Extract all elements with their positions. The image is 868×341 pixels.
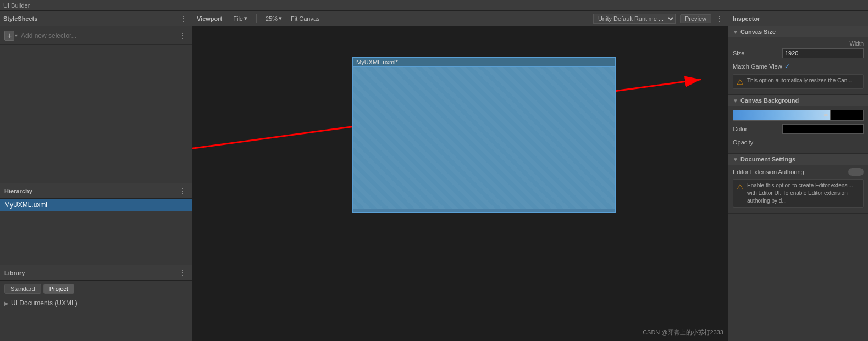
zoom-arrow-icon: ▾ — [279, 15, 282, 22]
editor-ext-warning-icon: ⚠ — [737, 182, 744, 191]
hierarchy-content: MyUXML.uxml — [0, 199, 192, 265]
eyedropper-icon[interactable]: ✒ — [823, 111, 829, 119]
hierarchy-section: Hierarchy ⋮ MyUXML.uxml — [0, 183, 192, 265]
left-panel: StyleSheets ⋮ + ▾ ⋮ Hierarchy ⋮ MyUXML.u… — [0, 11, 192, 341]
doc-canvas-title: MyUXML.uxml* — [353, 58, 615, 67]
opacity-row: Opacity — [733, 137, 864, 148]
size-input[interactable] — [782, 48, 864, 58]
document-settings-title: Document Settings — [740, 156, 795, 163]
file-label: File — [233, 15, 243, 22]
vp-separator-1 — [256, 14, 257, 23]
watermark: CSDN @牙膏上的小苏打2333 — [643, 328, 723, 337]
viewport-title: Viewport — [197, 15, 222, 22]
canvas-size-section: ▼ Canvas Size Width Size Match Game View… — [728, 26, 868, 95]
canvas-size-content: Width Size Match Game View ✓ ⚠ This opti… — [728, 37, 868, 94]
center-panel: Viewport File ▾ 25% ▾ Fit Canvas Unity D… — [192, 11, 728, 341]
canvas-size-title: Canvas Size — [740, 29, 776, 35]
stylesheets-content — [0, 45, 192, 183]
preview-button[interactable]: Preview — [680, 14, 711, 23]
warning-icon: ⚠ — [737, 77, 744, 86]
library-item-ui-documents[interactable]: ▶ UI Documents (UXML) — [0, 297, 192, 309]
expand-arrow-icon: ▶ — [4, 300, 9, 306]
color-value-swatch[interactable] — [782, 124, 864, 134]
zoom-control[interactable]: 25% ▾ — [263, 14, 284, 23]
file-button[interactable]: File ▾ — [231, 14, 250, 23]
match-game-view-label: Match Game View — [733, 63, 782, 70]
document-settings-content: Editor Extension Authoring ⚠ Enable this… — [728, 165, 868, 213]
add-selector-row: + ▾ ⋮ — [0, 26, 192, 45]
canvas-bg-arrow-icon: ▼ — [733, 98, 738, 104]
canvas-size-warning: ⚠ This option automatically resizes the … — [733, 74, 864, 89]
library-section: Library ⋮ Standard Project ▶ UI Document… — [0, 265, 192, 341]
canvas-background-header[interactable]: ▼ Canvas Background — [728, 95, 868, 106]
document-settings-section: ▼ Document Settings Editor Extension Aut… — [728, 154, 868, 214]
color-bar: ✒ — [733, 109, 864, 121]
color-gradient-swatch[interactable]: ✒ — [733, 110, 831, 121]
editor-ext-label: Editor Extension Authoring — [733, 169, 845, 175]
add-selector-input[interactable] — [21, 32, 178, 40]
match-game-view-checkmark: ✓ — [784, 63, 790, 70]
tab-project[interactable]: Project — [43, 284, 74, 294]
color-black-swatch[interactable] — [831, 110, 864, 121]
canvas-size-arrow-icon: ▼ — [733, 29, 738, 35]
library-title: Library — [4, 270, 178, 276]
document-settings-header[interactable]: ▼ Document Settings — [728, 154, 868, 165]
library-header: Library ⋮ — [0, 265, 192, 281]
file-arrow-icon: ▾ — [244, 15, 247, 22]
library-tabs: Standard Project — [0, 281, 192, 297]
stylesheets-title: StyleSheets — [3, 15, 179, 22]
viewport-canvas: MyUXML.uxml* CSDN @牙膏上的小苏打2333 — [192, 26, 728, 341]
inspector-header: Inspector — [728, 11, 868, 26]
color-label: Color — [733, 126, 782, 132]
inspector-title: Inspector — [733, 15, 760, 22]
canvas-background-content: ✒ Color Opacity — [728, 106, 868, 153]
app-title: UI Builder — [3, 2, 30, 9]
add-selector-button[interactable]: + — [4, 31, 14, 41]
size-label: Size — [733, 50, 782, 57]
runtime-select[interactable]: Unity Default Runtime ... — [593, 14, 676, 24]
hierarchy-menu-icon[interactable]: ⋮ — [178, 187, 187, 195]
viewport-toolbar: Viewport File ▾ 25% ▾ Fit Canvas Unity D… — [192, 11, 728, 26]
warning-text: This option automatically resizes the Ca… — [747, 77, 852, 85]
hierarchy-header: Hierarchy ⋮ — [0, 183, 192, 199]
match-game-view-row: Match Game View ✓ — [733, 61, 864, 72]
editor-ext-toggle[interactable] — [848, 168, 864, 176]
main-layout: StyleSheets ⋮ + ▾ ⋮ Hierarchy ⋮ MyUXML.u… — [0, 11, 868, 341]
doc-settings-arrow-icon: ▼ — [733, 156, 738, 163]
stylesheets-menu-icon[interactable]: ⋮ — [179, 14, 189, 23]
viewport-options-icon[interactable]: ⋮ — [716, 14, 723, 23]
width-label: Width — [733, 41, 864, 47]
doc-canvas: MyUXML.uxml* — [352, 57, 616, 213]
fit-canvas-button[interactable]: Fit Canvas — [289, 15, 322, 23]
stylesheets-header: StyleSheets ⋮ — [0, 11, 192, 26]
library-content: ▶ UI Documents (UXML) — [0, 297, 192, 341]
hierarchy-item-myuxml[interactable]: MyUXML.uxml — [0, 199, 192, 211]
dropdown-arrow-icon[interactable]: ▾ — [15, 32, 18, 38]
size-row: Size — [733, 48, 864, 59]
library-item-label: UI Documents (UXML) — [11, 299, 78, 307]
editor-ext-warning-text: Enable this option to create Editor exte… — [747, 182, 860, 205]
opacity-label: Opacity — [733, 139, 782, 146]
editor-extension-row: Editor Extension Authoring — [733, 168, 864, 176]
doc-canvas-inner — [353, 67, 615, 209]
tab-standard[interactable]: Standard — [4, 284, 41, 294]
canvas-background-section: ▼ Canvas Background ✒ Color Opacity — [728, 95, 868, 154]
color-row: Color — [733, 124, 864, 135]
zoom-value: 25% — [266, 15, 278, 22]
library-menu-icon[interactable]: ⋮ — [178, 269, 187, 277]
canvas-background-title: Canvas Background — [740, 97, 799, 104]
editor-ext-warning: ⚠ Enable this option to create Editor ex… — [733, 179, 864, 208]
top-bar: UI Builder — [0, 0, 868, 11]
right-panel: Inspector ▼ Canvas Size Width Size Match… — [728, 11, 868, 341]
selector-options-icon[interactable]: ⋮ — [178, 31, 187, 40]
canvas-size-header[interactable]: ▼ Canvas Size — [728, 26, 868, 37]
hierarchy-title: Hierarchy — [4, 188, 178, 194]
